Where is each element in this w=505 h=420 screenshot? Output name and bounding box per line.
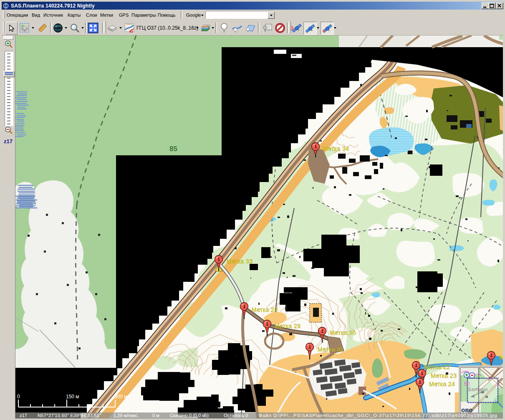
svg-text:1: 1	[415, 363, 417, 368]
svg-text:02: 02	[129, 30, 133, 33]
svg-text:1: 1	[419, 380, 421, 385]
svg-text:Метка 23: Метка 23	[431, 372, 457, 379]
svg-text:Метка 24: Метка 24	[429, 381, 455, 387]
svg-text:Метка 30: Метка 30	[330, 329, 356, 336]
svg-text:Метка 28: Метка 28	[252, 306, 278, 313]
svg-text:1: 1	[308, 344, 311, 349]
svg-text:50: 50	[464, 381, 470, 387]
svg-text:1: 1	[490, 353, 492, 358]
svg-text:1: 1	[314, 144, 317, 149]
svg-text:Метк: Метк	[500, 354, 503, 361]
svg-text:Метка 22: Метка 22	[424, 364, 450, 370]
svg-text:0: 0	[17, 394, 20, 400]
svg-text:Белкино: Белкино	[468, 387, 488, 392]
svg-text:1: 1	[243, 304, 245, 309]
svg-text:1: 1	[266, 321, 268, 326]
svg-text:Метка 31: Метка 31	[318, 346, 343, 353]
svg-text:85: 85	[169, 145, 177, 153]
svg-text:150 м: 150 м	[66, 394, 79, 400]
svg-text:1: 1	[217, 257, 220, 262]
svg-text:Метка 33: Метка 33	[227, 258, 252, 265]
svg-text:Метка 29: Метка 29	[275, 323, 300, 329]
svg-text:Метка 34: Метка 34	[323, 145, 349, 152]
svg-text:300 м: 300 м	[114, 394, 128, 400]
svg-text:1: 1	[421, 371, 423, 376]
svg-text:1: 1	[321, 329, 323, 334]
